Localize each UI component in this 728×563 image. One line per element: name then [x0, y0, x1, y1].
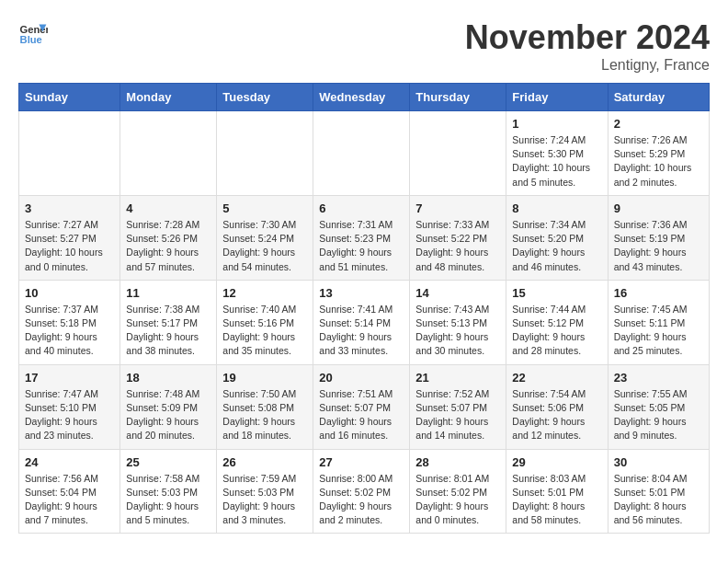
day-cell: 18Sunrise: 7:48 AM Sunset: 5:09 PM Dayli… — [120, 364, 217, 449]
day-cell: 28Sunrise: 8:01 AM Sunset: 5:02 PM Dayli… — [410, 449, 506, 534]
day-info: Sunrise: 7:51 AM Sunset: 5:07 PM Dayligh… — [319, 387, 404, 443]
day-cell: 29Sunrise: 8:03 AM Sunset: 5:01 PM Dayli… — [506, 449, 608, 534]
day-cell: 16Sunrise: 7:45 AM Sunset: 5:11 PM Dayli… — [608, 280, 709, 364]
day-info: Sunrise: 8:01 AM Sunset: 5:02 PM Dayligh… — [415, 472, 500, 528]
day-cell — [19, 111, 120, 196]
svg-text:Blue: Blue — [20, 34, 42, 45]
day-number: 16 — [614, 286, 703, 300]
day-info: Sunrise: 7:38 AM Sunset: 5:17 PM Dayligh… — [126, 303, 210, 359]
day-cell: 4Sunrise: 7:28 AM Sunset: 5:26 PM Daylig… — [120, 195, 217, 280]
day-cell — [313, 111, 410, 196]
day-number: 19 — [222, 371, 307, 385]
day-cell: 30Sunrise: 8:04 AM Sunset: 5:01 PM Dayli… — [608, 449, 709, 534]
calendar-header: SundayMondayTuesdayWednesdayThursdayFrid… — [19, 84, 710, 111]
day-info: Sunrise: 7:41 AM Sunset: 5:14 PM Dayligh… — [319, 303, 404, 359]
day-info: Sunrise: 7:58 AM Sunset: 5:03 PM Dayligh… — [126, 472, 210, 528]
day-cell: 8Sunrise: 7:34 AM Sunset: 5:20 PM Daylig… — [506, 195, 608, 280]
day-number: 7 — [415, 201, 500, 215]
day-info: Sunrise: 7:24 AM Sunset: 5:30 PM Dayligh… — [512, 133, 601, 190]
day-info: Sunrise: 7:36 AM Sunset: 5:19 PM Dayligh… — [614, 218, 703, 274]
day-number: 5 — [222, 201, 307, 215]
day-number: 12 — [222, 286, 307, 300]
day-cell: 11Sunrise: 7:38 AM Sunset: 5:17 PM Dayli… — [120, 280, 217, 364]
day-cell: 19Sunrise: 7:50 AM Sunset: 5:08 PM Dayli… — [217, 364, 313, 449]
day-info: Sunrise: 7:43 AM Sunset: 5:13 PM Dayligh… — [415, 303, 500, 359]
day-number: 28 — [415, 455, 500, 469]
logo-icon: General Blue — [18, 18, 48, 48]
day-info: Sunrise: 7:52 AM Sunset: 5:07 PM Dayligh… — [415, 387, 500, 443]
day-cell: 14Sunrise: 7:43 AM Sunset: 5:13 PM Dayli… — [410, 280, 506, 364]
calendar-table: SundayMondayTuesdayWednesdayThursdayFrid… — [18, 83, 710, 534]
week-row-2: 3Sunrise: 7:27 AM Sunset: 5:27 PM Daylig… — [19, 195, 710, 280]
day-info: Sunrise: 7:47 AM Sunset: 5:10 PM Dayligh… — [25, 387, 114, 443]
day-cell — [410, 111, 506, 196]
day-number: 11 — [126, 286, 210, 300]
day-number: 30 — [614, 455, 703, 469]
month-title: November 2024 — [465, 18, 710, 57]
day-cell: 22Sunrise: 7:54 AM Sunset: 5:06 PM Dayli… — [506, 364, 608, 449]
day-number: 20 — [319, 371, 404, 385]
day-number: 4 — [126, 201, 210, 215]
day-number: 26 — [222, 455, 307, 469]
day-info: Sunrise: 7:26 AM Sunset: 5:29 PM Dayligh… — [614, 133, 703, 190]
day-info: Sunrise: 8:00 AM Sunset: 5:02 PM Dayligh… — [319, 472, 404, 528]
location: Lentigny, France — [465, 57, 710, 74]
day-cell: 10Sunrise: 7:37 AM Sunset: 5:18 PM Dayli… — [19, 280, 120, 364]
day-cell: 3Sunrise: 7:27 AM Sunset: 5:27 PM Daylig… — [19, 195, 120, 280]
day-cell: 20Sunrise: 7:51 AM Sunset: 5:07 PM Dayli… — [313, 364, 410, 449]
day-number: 8 — [512, 201, 601, 215]
day-cell: 26Sunrise: 7:59 AM Sunset: 5:03 PM Dayli… — [217, 449, 313, 534]
day-info: Sunrise: 7:56 AM Sunset: 5:04 PM Dayligh… — [25, 472, 114, 528]
weekday-header-tuesday: Tuesday — [217, 84, 313, 111]
day-info: Sunrise: 7:31 AM Sunset: 5:23 PM Dayligh… — [319, 218, 404, 274]
day-cell: 27Sunrise: 8:00 AM Sunset: 5:02 PM Dayli… — [313, 449, 410, 534]
day-number: 23 — [614, 371, 703, 385]
day-number: 14 — [415, 286, 500, 300]
day-info: Sunrise: 7:28 AM Sunset: 5:26 PM Dayligh… — [126, 218, 210, 274]
day-cell: 2Sunrise: 7:26 AM Sunset: 5:29 PM Daylig… — [608, 111, 709, 196]
day-number: 21 — [415, 371, 500, 385]
day-info: Sunrise: 7:50 AM Sunset: 5:08 PM Dayligh… — [222, 387, 307, 443]
day-number: 15 — [512, 286, 601, 300]
day-number: 29 — [512, 455, 601, 469]
weekday-header-saturday: Saturday — [608, 84, 709, 111]
day-number: 18 — [126, 371, 210, 385]
day-info: Sunrise: 7:34 AM Sunset: 5:20 PM Dayligh… — [512, 218, 601, 274]
day-info: Sunrise: 7:27 AM Sunset: 5:27 PM Dayligh… — [25, 218, 114, 274]
day-cell — [217, 111, 313, 196]
day-info: Sunrise: 7:59 AM Sunset: 5:03 PM Dayligh… — [222, 472, 307, 528]
page-header: General Blue November 2024 Lentigny, Fra… — [18, 18, 710, 74]
day-number: 6 — [319, 201, 404, 215]
day-info: Sunrise: 7:45 AM Sunset: 5:11 PM Dayligh… — [614, 303, 703, 359]
day-number: 2 — [614, 117, 703, 131]
day-info: Sunrise: 7:55 AM Sunset: 5:05 PM Dayligh… — [614, 387, 703, 443]
day-cell: 9Sunrise: 7:36 AM Sunset: 5:19 PM Daylig… — [608, 195, 709, 280]
day-info: Sunrise: 8:03 AM Sunset: 5:01 PM Dayligh… — [512, 472, 601, 528]
day-cell: 21Sunrise: 7:52 AM Sunset: 5:07 PM Dayli… — [410, 364, 506, 449]
weekday-header-row: SundayMondayTuesdayWednesdayThursdayFrid… — [19, 84, 710, 111]
day-cell: 5Sunrise: 7:30 AM Sunset: 5:24 PM Daylig… — [217, 195, 313, 280]
title-area: November 2024 Lentigny, France — [465, 18, 710, 74]
week-row-5: 24Sunrise: 7:56 AM Sunset: 5:04 PM Dayli… — [19, 449, 710, 534]
day-cell: 25Sunrise: 7:58 AM Sunset: 5:03 PM Dayli… — [120, 449, 217, 534]
day-number: 13 — [319, 286, 404, 300]
day-cell: 23Sunrise: 7:55 AM Sunset: 5:05 PM Dayli… — [608, 364, 709, 449]
week-row-1: 1Sunrise: 7:24 AM Sunset: 5:30 PM Daylig… — [19, 111, 710, 196]
day-cell: 17Sunrise: 7:47 AM Sunset: 5:10 PM Dayli… — [19, 364, 120, 449]
day-info: Sunrise: 7:44 AM Sunset: 5:12 PM Dayligh… — [512, 303, 601, 359]
weekday-header-friday: Friday — [506, 84, 608, 111]
day-number: 10 — [25, 286, 114, 300]
day-cell: 15Sunrise: 7:44 AM Sunset: 5:12 PM Dayli… — [506, 280, 608, 364]
weekday-header-sunday: Sunday — [19, 84, 120, 111]
week-row-4: 17Sunrise: 7:47 AM Sunset: 5:10 PM Dayli… — [19, 364, 710, 449]
day-number: 9 — [614, 201, 703, 215]
logo: General Blue — [18, 18, 48, 48]
day-cell: 12Sunrise: 7:40 AM Sunset: 5:16 PM Dayli… — [217, 280, 313, 364]
day-cell: 13Sunrise: 7:41 AM Sunset: 5:14 PM Dayli… — [313, 280, 410, 364]
day-number: 24 — [25, 455, 114, 469]
day-cell: 7Sunrise: 7:33 AM Sunset: 5:22 PM Daylig… — [410, 195, 506, 280]
day-cell: 6Sunrise: 7:31 AM Sunset: 5:23 PM Daylig… — [313, 195, 410, 280]
day-info: Sunrise: 7:37 AM Sunset: 5:18 PM Dayligh… — [25, 303, 114, 359]
day-cell: 1Sunrise: 7:24 AM Sunset: 5:30 PM Daylig… — [506, 111, 608, 196]
day-info: Sunrise: 7:33 AM Sunset: 5:22 PM Dayligh… — [415, 218, 500, 274]
